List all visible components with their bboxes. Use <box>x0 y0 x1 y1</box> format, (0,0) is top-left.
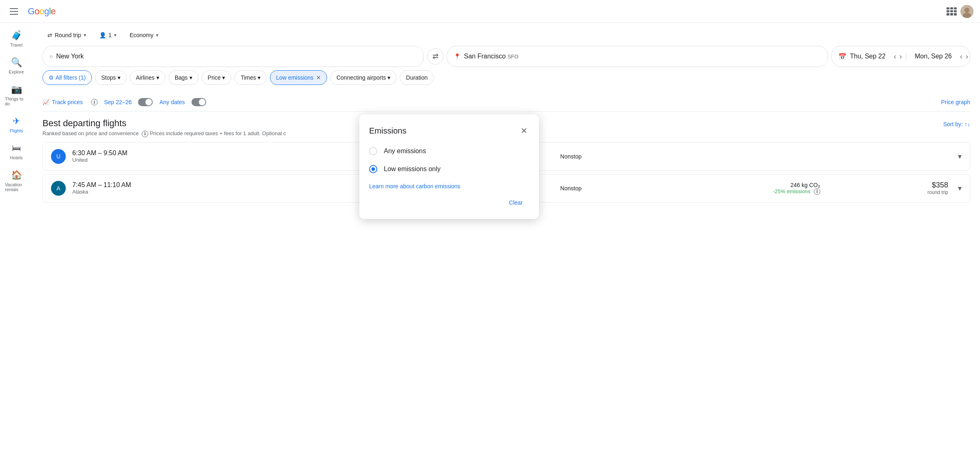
sidebar-item-vacation-rentals[interactable]: 🏠 Vacation rentals <box>2 166 31 196</box>
bags-chevron: ▾ <box>189 74 192 81</box>
hamburger-button[interactable] <box>7 5 21 18</box>
flight-airline: Alaska <box>72 189 315 195</box>
sort-button[interactable]: Sort by: ↑↓ <box>943 121 970 127</box>
google-apps-icon[interactable] <box>946 7 956 16</box>
airlines-label: Airlines <box>136 74 155 81</box>
date-separator: | <box>904 53 909 60</box>
main-content: ⇄ Round trip ▾ 👤 1 ▾ Economy ▾ ○ <box>33 23 980 455</box>
connecting-airports-chevron: ▾ <box>388 74 390 81</box>
origin-input[interactable]: ○ New York <box>42 46 424 67</box>
flights-icon: ✈ <box>13 116 20 127</box>
destination-code: SFO <box>508 54 519 60</box>
connecting-airports-filter[interactable]: Connecting airports ▾ <box>330 70 396 85</box>
svg-text:U: U <box>56 153 60 160</box>
return-date-nav: ‹ › <box>958 51 970 62</box>
emissions-pct: -25% emissions <box>773 188 811 194</box>
airlines-filter[interactable]: Airlines ▾ <box>130 70 165 85</box>
low-emissions-option[interactable]: Low emissions only <box>369 165 529 173</box>
depart-date-input[interactable]: 📅 Thu, Sep 22 <box>832 46 892 67</box>
price-filter[interactable]: Price ▾ <box>202 70 232 85</box>
class-label: Economy <box>129 32 153 38</box>
sidebar-item-things-to-do[interactable]: 📷 Things to do <box>2 80 31 110</box>
sidebar-item-hotels[interactable]: 🛏 Hotels <box>2 139 31 164</box>
low-emissions-filter[interactable]: Low emissions ✕ <box>270 70 327 85</box>
price-label: Price <box>208 74 221 81</box>
destination-pin-icon: 📍 <box>454 53 461 60</box>
depart-prev-button[interactable]: ‹ <box>892 51 898 62</box>
connecting-airports-label: Connecting airports <box>336 74 386 81</box>
flight-time: 7:45 AM – 11:10 AM <box>72 181 315 189</box>
flight-emissions: 246 kg CO₂ -25% emissions ℹ <box>638 182 820 195</box>
section-title: Best departing flights <box>42 118 286 129</box>
depart-date-label: Thu, Sep 22 <box>850 53 885 60</box>
sidebar-item-label: Hotels <box>10 155 22 160</box>
top-bar-right <box>946 5 973 18</box>
depart-date-nav: ‹ › <box>892 51 904 62</box>
avatar[interactable] <box>960 5 973 18</box>
date-inputs: 📅 Thu, Sep 22 ‹ › | Mon, Sep 26 ‹ › <box>831 46 970 67</box>
sidebar-item-label: Travel <box>10 42 22 47</box>
sidebar-item-label: Vacation rentals <box>5 182 28 192</box>
sort-icon: ↑↓ <box>964 121 970 127</box>
emissions-value: 246 kg CO₂ <box>638 182 820 188</box>
things-to-do-icon: 📷 <box>11 84 22 95</box>
all-filters-button[interactable]: ⚙ All filters (1) <box>42 70 92 85</box>
flight-time: 6:30 AM – 9:50 AM <box>72 149 315 157</box>
price-value: $358 <box>827 181 948 190</box>
top-bar: Google <box>0 0 980 23</box>
popup-header: Emissions ✕ <box>369 124 529 137</box>
passengers-chevron: ▾ <box>114 32 116 38</box>
price-chevron: ▾ <box>222 74 225 81</box>
price-type: round trip <box>827 190 948 195</box>
emissions-popup: Emissions ✕ Any emissions Low emissions … <box>359 114 539 219</box>
expand-button[interactable]: ▾ <box>958 152 962 161</box>
price-graph-link[interactable]: Price graph <box>941 99 970 105</box>
return-date-input[interactable]: Mon, Sep 26 <box>908 46 958 67</box>
clear-button[interactable]: Clear <box>503 196 529 209</box>
origin-dot-icon: ○ <box>49 53 53 60</box>
track-info-icon[interactable]: ℹ <box>91 99 98 105</box>
results-info-icon[interactable]: ℹ <box>142 131 148 137</box>
sort-label: Sort by: <box>943 121 963 127</box>
sidebar: 🧳 Travel 🔍 Explore 📷 Things to do ✈ Flig… <box>0 23 33 455</box>
class-selector[interactable]: Economy ▾ <box>125 29 163 41</box>
round-trip-selector[interactable]: ⇄ Round trip ▾ <box>42 29 91 41</box>
bags-filter[interactable]: Bags ▾ <box>169 70 198 85</box>
expand-button[interactable]: ▾ <box>958 184 962 193</box>
section-subtitle: Ranked based on price and convenience ℹ … <box>42 130 286 137</box>
destination-input[interactable]: 📍 San Francisco SFO <box>447 46 828 67</box>
flight-time-airline: 6:30 AM – 9:50 AM United <box>72 149 315 163</box>
popup-close-button[interactable]: ✕ <box>519 124 529 137</box>
sidebar-item-explore[interactable]: 🔍 Explore <box>2 53 31 78</box>
main-layout: 🧳 Travel 🔍 Explore 📷 Things to do ✈ Flig… <box>0 23 980 455</box>
depart-next-button[interactable]: › <box>898 51 904 62</box>
swap-icon: ⇄ <box>47 32 52 38</box>
low-emissions-only-label: Low emissions only <box>384 165 441 173</box>
sidebar-item-travel[interactable]: 🧳 Travel <box>2 26 31 51</box>
filter-icon: ⚙ <box>49 74 54 81</box>
return-next-button[interactable]: › <box>964 51 970 62</box>
search-row: ○ New York ⇄ 📍 San Francisco SFO 📅 Thu, … <box>42 46 970 67</box>
top-bar-left: Google <box>7 5 56 18</box>
low-emissions-radio[interactable] <box>369 165 377 173</box>
low-emissions-close-icon[interactable]: ✕ <box>316 74 321 81</box>
passengers-selector[interactable]: 👤 1 ▾ <box>94 29 122 41</box>
track-date-range: Sep 22–26 <box>104 99 132 105</box>
swap-button[interactable]: ⇄ <box>427 48 443 65</box>
any-emissions-option[interactable]: Any emissions <box>369 147 529 155</box>
bags-label: Bags <box>175 74 188 81</box>
trip-type-chevron: ▾ <box>84 32 86 38</box>
learn-more-link[interactable]: Learn more about carbon emissions <box>369 183 529 190</box>
any-emissions-radio[interactable] <box>369 147 377 155</box>
trip-options-row: ⇄ Round trip ▾ 👤 1 ▾ Economy ▾ <box>42 29 970 41</box>
track-prices-toggle[interactable] <box>138 98 153 106</box>
sidebar-item-flights[interactable]: ✈ Flights <box>2 112 31 137</box>
emissions-info-icon[interactable]: ℹ <box>814 188 820 195</box>
times-filter[interactable]: Times ▾ <box>234 70 267 85</box>
duration-filter[interactable]: Duration <box>400 70 434 85</box>
return-prev-button[interactable]: ‹ <box>958 51 964 62</box>
flight-time-airline: 7:45 AM – 11:10 AM Alaska <box>72 181 315 195</box>
person-icon: 👤 <box>99 32 106 38</box>
stops-filter[interactable]: Stops ▾ <box>95 70 127 85</box>
any-dates-toggle[interactable] <box>192 98 206 106</box>
